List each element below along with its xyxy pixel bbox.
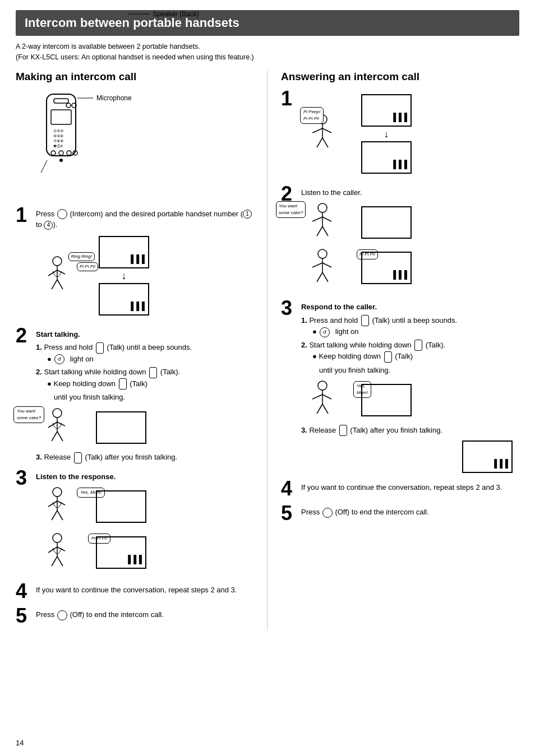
right-step1-screens: ▐▐▐ ↓ ▐▐▐: [360, 93, 413, 175]
right-section-title: Answering an intercom call: [281, 71, 519, 83]
right-step2-scene: You wantsome cake?: [301, 201, 519, 244]
right-screen-2: ▐▐▐: [361, 141, 412, 174]
right-screen-3: [361, 206, 412, 239]
right-step2-text: Listen to the caller.: [301, 188, 362, 197]
svg-text:⑦⑧⑨: ⑦⑧⑨: [53, 139, 63, 143]
svg-line-51: [317, 226, 322, 236]
svg-point-2: [66, 103, 71, 108]
svg-text:①②③: ①②③: [53, 129, 63, 133]
right-step3-until: until you finish talking.: [319, 365, 519, 376]
screen-box-3: [96, 411, 146, 444]
left-step-1: 1 Press (Intercom) and the desired porta…: [16, 205, 256, 320]
talk-btn-icon-2: [149, 367, 157, 378]
svg-line-62: [322, 395, 331, 399]
screen-box-1: ▐▐▐: [99, 236, 149, 268]
svg-line-43: [312, 128, 322, 133]
svg-point-17: [53, 257, 62, 266]
svg-point-10: [59, 151, 63, 155]
svg-line-22: [57, 280, 63, 289]
page-title: Intercom between portable handsets: [16, 10, 519, 36]
svg-point-13: [59, 159, 63, 162]
right-screen-4: ▐▐▐: [361, 252, 412, 284]
right-screen-6: ▐▐▐: [462, 440, 513, 473]
svg-point-35: [53, 534, 62, 542]
svg-line-45: [317, 138, 322, 147]
left-step2-scene: You wantsome cake?: [36, 406, 256, 449]
svg-line-61: [312, 395, 322, 399]
pipi-bubble: Pi Pi Pi!: [77, 262, 98, 271]
right-step3-sub1: 1. Press and hold (Talk) until a beep so…: [301, 315, 519, 327]
screen-box-2: ▐▐▐: [99, 283, 149, 316]
you-want-bubble-left: You wantsome cake?: [13, 406, 44, 423]
right-step-1: 1 Pi Peep!: [281, 89, 519, 178]
svg-line-50: [322, 217, 331, 221]
right-step3-scene: Yes,Mom!: [301, 379, 519, 421]
right-step3-title: Respond to the caller.: [301, 303, 377, 311]
talk-btn-icon-4: [74, 452, 82, 463]
step1-screens: ▐▐▐ ↓ ▐▐▐: [98, 235, 150, 317]
page-number: 14: [16, 739, 24, 747]
left-step2-until: until you finish talking.: [54, 392, 256, 403]
off-btn-icon-right: [322, 508, 333, 518]
light-icon: ↺: [54, 354, 64, 364]
svg-line-25: [48, 422, 57, 428]
intercom-button-icon: [57, 209, 67, 219]
right-step-3: 3 Respond to the caller. 1. Press and ho…: [281, 298, 519, 474]
you-want-bubble-right: You wantsome cake?: [276, 201, 306, 218]
arrow-down: ↓: [122, 271, 127, 281]
talk-btn-icon: [96, 342, 104, 354]
right-step-4: 4 If you want to continue the conversati…: [281, 479, 519, 499]
talk-btn-icon-r1: [361, 315, 369, 326]
svg-line-14: [41, 160, 47, 173]
speaker-label: Speaker (Back): [153, 10, 199, 18]
subtitle: A 2-way intercom is available between 2 …: [16, 41, 519, 63]
talk-btn-icon-r4: [339, 425, 347, 436]
right-step3-bullet1: ● ↺ light on: [312, 326, 519, 337]
right-arrow-down: ↓: [384, 129, 389, 139]
right-step3-bullet2: ● Keep holding down (Talk): [312, 351, 519, 363]
left-step2-bullet2: ● Keep holding down (Talk): [47, 378, 256, 390]
svg-point-23: [53, 409, 62, 418]
step1-left-scene: Ring Ring! Pi Pi Pi! ▐▐▐: [36, 235, 256, 317]
left-step-5: 5 Press (Off) to end the intercom call.: [16, 606, 256, 626]
svg-rect-1: [54, 99, 68, 103]
svg-line-57: [317, 272, 322, 282]
left-step-2: 2 Start talking. 1. Press and hold (Talk…: [16, 326, 256, 463]
svg-line-55: [312, 263, 322, 267]
svg-line-40: [57, 556, 63, 566]
num1-icon: 1: [243, 210, 252, 219]
right-step3-sub3: 3. Release (Talk) after you finish talki…: [301, 425, 519, 437]
svg-point-47: [318, 203, 327, 212]
left-step1-text: Press (Intercom) and the desired portabl…: [36, 210, 252, 229]
right-step2-scene2: Pi Pi Pi! ▐▐▐: [301, 247, 519, 290]
left-step3-scene1: Yes, Mom!: [36, 485, 256, 528]
microphone-label: Microphone: [96, 94, 132, 102]
svg-line-28: [57, 432, 63, 441]
talk-btn-icon-r3: [384, 351, 392, 363]
svg-line-46: [322, 138, 328, 147]
right-step-2: 2 Listen to the caller.: [281, 184, 519, 293]
svg-line-21: [52, 280, 57, 289]
svg-line-64: [322, 404, 328, 414]
left-step2-title: Start talking.: [36, 330, 80, 338]
svg-point-9: [51, 151, 56, 155]
talk-btn-icon-3: [119, 378, 127, 389]
svg-text:✱⓪#: ✱⓪#: [53, 144, 63, 148]
left-step2-sub1: 1. Press and hold (Talk) until a beep so…: [36, 342, 256, 354]
left-step2-sub2: 2. Start talking while holding down (Tal…: [36, 367, 256, 378]
right-screen-5: [361, 384, 412, 416]
ring-bubble: Ring Ring!: [68, 252, 95, 261]
svg-text:④⑤⑥: ④⑤⑥: [53, 134, 63, 138]
screen-box-4: [96, 490, 146, 523]
left-step2-sub3: 3. Release (Talk) after you finish talki…: [36, 452, 256, 463]
light-icon-r: ↺: [320, 327, 330, 337]
svg-line-37: [48, 547, 57, 553]
svg-point-11: [67, 151, 71, 155]
left-step-4: 4 If you want to continue the conversati…: [16, 581, 256, 601]
svg-line-31: [48, 501, 57, 507]
svg-point-53: [318, 249, 327, 258]
svg-line-19: [48, 270, 57, 276]
right-screen-1: ▐▐▐: [361, 94, 412, 127]
right-column: Answering an intercom call 1: [268, 71, 519, 631]
handset-illustration: ①②③ ④⑤⑥ ⑦⑧⑨ ✱⓪#: [33, 89, 256, 201]
